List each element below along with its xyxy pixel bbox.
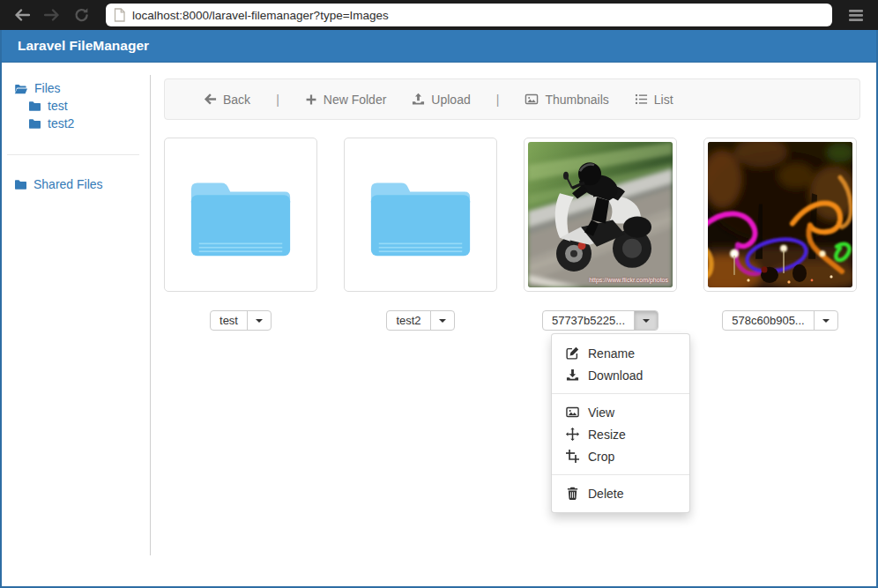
item-dropdown-toggle[interactable] [247, 311, 271, 330]
browser-reload-button[interactable] [71, 4, 93, 26]
sidebar-item-label: test [48, 99, 68, 113]
upload-icon [412, 93, 425, 106]
list-button[interactable]: List [635, 93, 673, 107]
menu-item-label: Crop [588, 450, 614, 464]
back-label: Back [223, 93, 250, 107]
item-dropdown-toggle[interactable] [430, 311, 454, 330]
url-bar[interactable]: localhost:8000/laravel-filemanager?type=… [106, 4, 832, 26]
main-panel: Back | New Folder Upload | Thumbnails [150, 63, 876, 586]
item-button-group: 57737b5225... [542, 310, 658, 331]
item-dropdown-toggle[interactable] [814, 311, 837, 330]
menu-item-label: Resize [588, 428, 626, 442]
back-arrow-icon [14, 9, 30, 21]
upload-button[interactable]: Upload [412, 93, 470, 107]
list-icon [635, 93, 648, 106]
thumbnails-label: Thumbnails [545, 93, 608, 107]
forward-arrow-icon [44, 9, 60, 21]
sidebar-item-shared-files[interactable]: Shared Files [2, 175, 150, 193]
item-cell-image-2: 578c60b905... [703, 138, 857, 331]
item-cell-test: test [164, 138, 317, 331]
menu-item-rename[interactable]: Rename [552, 342, 689, 364]
sidebar-divider [150, 75, 151, 555]
crop-icon [566, 450, 579, 463]
menu-divider [552, 474, 689, 475]
new-folder-button[interactable]: New Folder [305, 93, 387, 107]
menu-item-delete[interactable]: Delete [552, 482, 689, 504]
folder-icon [14, 178, 27, 190]
content-area: Files test test2 Shared Files Ba [2, 63, 876, 586]
item-button-group: test [210, 310, 272, 331]
back-button[interactable]: Back [204, 93, 250, 107]
sidebar-section-divider [7, 154, 139, 155]
sidebar-item-label: Files [34, 81, 61, 95]
folder-icon [28, 117, 41, 130]
trash-icon [566, 487, 579, 500]
toolbar: Back | New Folder Upload | Thumbnails [164, 78, 860, 120]
folder-card-test[interactable] [164, 138, 317, 292]
upload-label: Upload [431, 93, 470, 107]
motorcycle-photo-thumbnail: https://www.flickr.com/photos [528, 142, 673, 287]
menu-item-download[interactable]: Download [552, 364, 689, 386]
photo-watermark: https://www.flickr.com/photos [589, 277, 668, 283]
menu-item-resize[interactable]: Resize [552, 423, 689, 445]
item-button-group: 578c60b905... [722, 310, 837, 331]
sidebar-item-test[interactable]: test [2, 97, 150, 115]
item-context-menu: Rename Download View R [551, 333, 690, 513]
folder-thumbnail-icon [364, 167, 477, 263]
pencil-square-icon [566, 346, 579, 360]
image-card-motorcycle[interactable]: https://www.flickr.com/photos [524, 138, 677, 292]
night-lights-photo-thumbnail [708, 142, 852, 287]
download-icon [566, 368, 579, 382]
item-cell-image-1: https://www.flickr.com/photos 57737b5225… [524, 138, 677, 331]
item-name-button[interactable]: test [211, 311, 247, 330]
menu-item-crop[interactable]: Crop [552, 445, 689, 467]
thumbnails-button[interactable]: Thumbnails [525, 93, 608, 107]
chevron-down-icon [643, 319, 650, 323]
sidebar: Files test test2 Shared Files [2, 63, 150, 586]
hamburger-icon [849, 10, 863, 21]
browser-menu-button[interactable] [845, 4, 867, 26]
menu-item-label: View [588, 406, 614, 420]
item-cell-test2: test2 [344, 138, 497, 331]
browser-forward-button[interactable] [41, 4, 63, 26]
filemanager-page: Laravel FileManager Files test test2 Sha… [0, 30, 878, 588]
item-grid: test [164, 138, 860, 331]
item-name-button[interactable]: 578c60b905... [723, 311, 813, 330]
folder-card-test2[interactable] [344, 138, 497, 292]
new-folder-label: New Folder [324, 93, 387, 107]
menu-item-view[interactable]: View [552, 401, 689, 423]
arrow-left-icon [204, 93, 217, 106]
menu-item-label: Download [588, 368, 643, 383]
app-header: Laravel FileManager [2, 30, 876, 63]
menu-divider [552, 393, 689, 394]
toolbar-separator: | [276, 93, 279, 107]
folder-thumbnail-icon [184, 167, 297, 263]
folder-open-icon [14, 82, 28, 95]
list-label: List [654, 93, 673, 107]
app-title: Laravel FileManager [18, 38, 149, 54]
image-card-night-lights[interactable] [703, 138, 857, 292]
image-icon [525, 93, 539, 106]
item-dropdown-toggle-open[interactable] [634, 311, 658, 330]
menu-item-label: Delete [588, 487, 623, 501]
sidebar-item-test2[interactable]: test2 [2, 115, 150, 132]
chevron-down-icon [439, 319, 446, 323]
move-arrows-icon [566, 428, 579, 441]
menu-item-label: Rename [588, 346, 635, 361]
browser-chrome: localhost:8000/laravel-filemanager?type=… [0, 0, 878, 30]
url-text[interactable]: localhost:8000/laravel-filemanager?type=… [132, 9, 389, 22]
reload-icon [74, 7, 90, 23]
item-name-button[interactable]: test2 [387, 311, 429, 330]
sidebar-item-files[interactable]: Files [2, 79, 150, 97]
toolbar-separator: | [496, 93, 500, 107]
sidebar-item-label: Shared Files [33, 177, 103, 191]
chevron-down-icon [256, 319, 263, 323]
image-icon [566, 406, 579, 419]
item-button-group: test2 [386, 310, 454, 331]
plus-icon [305, 93, 317, 106]
item-name-button[interactable]: 57737b5225... [543, 311, 634, 330]
folder-icon [28, 100, 41, 112]
browser-back-button[interactable] [11, 4, 33, 26]
sidebar-item-label: test2 [48, 116, 74, 130]
chevron-down-icon [822, 319, 830, 323]
